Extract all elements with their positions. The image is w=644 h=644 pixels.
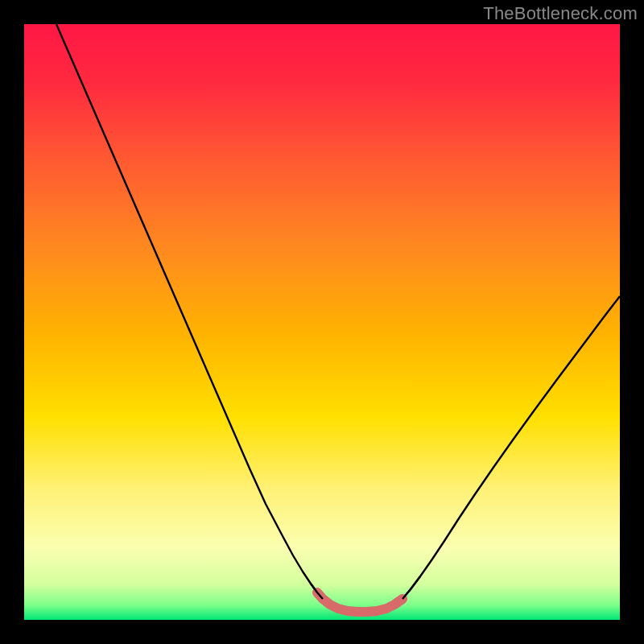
bottleneck-curve-chart [24, 24, 620, 620]
plot-area [24, 24, 620, 620]
chart-frame: TheBottleneck.com [0, 0, 644, 644]
gradient-background [24, 24, 620, 620]
watermark-text: TheBottleneck.com [483, 3, 638, 24]
